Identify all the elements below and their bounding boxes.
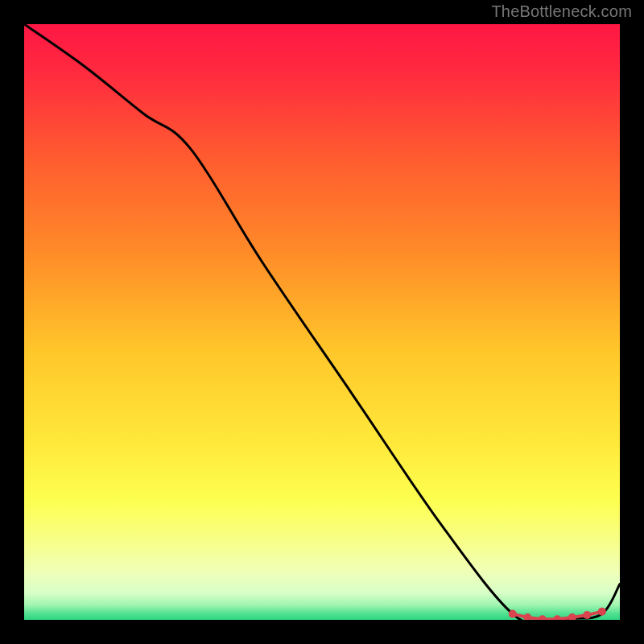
gradient-background xyxy=(24,24,620,620)
chart-svg xyxy=(24,24,620,620)
plot-area xyxy=(24,24,620,620)
watermark-text: TheBottleneck.com xyxy=(491,2,632,21)
highlight-marker xyxy=(583,611,591,619)
highlight-marker xyxy=(598,608,606,616)
chart-container: { "watermark": "TheBottleneck.com", "cha… xyxy=(0,0,644,644)
highlight-marker xyxy=(509,610,517,618)
